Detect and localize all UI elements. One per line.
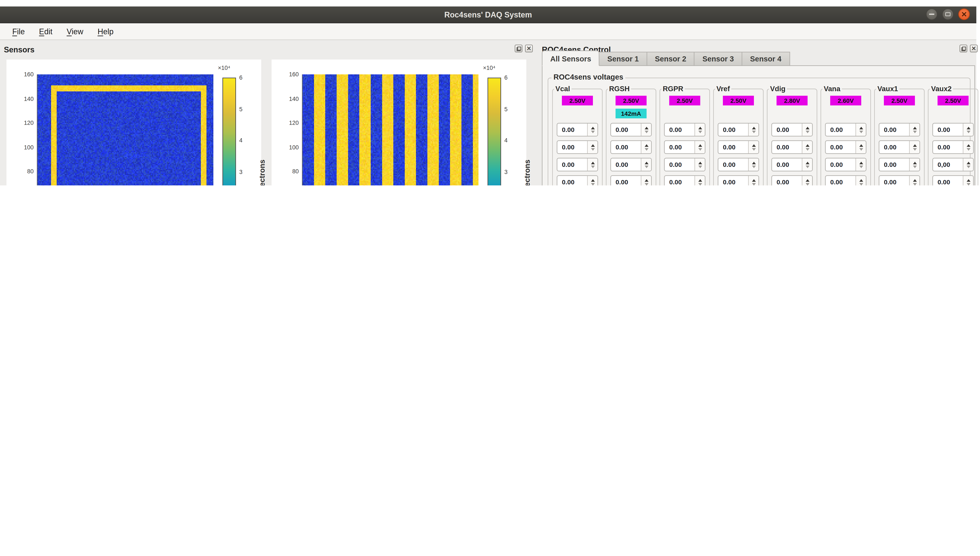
spin-down-icon[interactable] (752, 148, 756, 150)
spin-up-icon[interactable] (859, 126, 863, 129)
dac-spinbox[interactable]: 0,00 (932, 158, 974, 171)
spin-down-icon[interactable] (966, 183, 970, 186)
tab-sensor-1[interactable]: Sensor 1 (599, 52, 647, 66)
spin-down-icon[interactable] (806, 183, 809, 186)
spin-up-icon[interactable] (644, 126, 648, 129)
spin-up-icon[interactable] (752, 179, 756, 181)
spin-up-icon[interactable] (591, 179, 595, 181)
spin-up-icon[interactable] (806, 179, 809, 181)
tab-sensor-2[interactable]: Sensor 2 (647, 52, 695, 66)
dac-spinbox[interactable]: 0.00 (879, 123, 920, 136)
dac-spinbox[interactable]: 0.00 (772, 141, 813, 154)
spin-down-icon[interactable] (806, 131, 809, 133)
maximize-button[interactable] (942, 8, 954, 20)
close-panel-button[interactable]: ✕ (970, 45, 978, 52)
dac-spinbox[interactable]: 0.00 (932, 141, 974, 154)
dac-spinbox[interactable]: 0.00 (772, 123, 813, 136)
spin-up-icon[interactable] (698, 162, 702, 164)
dac-spinbox[interactable]: 0.00 (772, 158, 813, 171)
spin-down-icon[interactable] (591, 131, 595, 133)
close-panel-button[interactable]: ✕ (525, 45, 533, 52)
dac-spinbox[interactable]: 0.00 (664, 175, 706, 186)
spin-up-icon[interactable] (913, 179, 917, 181)
spin-up-icon[interactable] (913, 144, 917, 147)
dac-spinbox[interactable]: 0.00 (557, 175, 598, 186)
spin-down-icon[interactable] (966, 131, 970, 133)
spin-up-icon[interactable] (966, 162, 970, 164)
spin-down-icon[interactable] (859, 148, 863, 150)
spin-up-icon[interactable] (859, 179, 863, 181)
spin-down-icon[interactable] (806, 165, 809, 168)
spin-up-icon[interactable] (806, 144, 809, 147)
spin-down-icon[interactable] (859, 165, 863, 168)
spin-down-icon[interactable] (644, 131, 648, 133)
dac-spinbox[interactable]: 0.00 (664, 123, 706, 136)
spin-up-icon[interactable] (591, 162, 595, 164)
spin-down-icon[interactable] (966, 165, 970, 168)
spin-down-icon[interactable] (591, 165, 595, 168)
dac-spinbox[interactable]: 0.00 (932, 175, 974, 186)
spin-up-icon[interactable] (913, 162, 917, 164)
spin-down-icon[interactable] (591, 148, 595, 150)
spin-up-icon[interactable] (859, 144, 863, 147)
spin-down-icon[interactable] (752, 183, 756, 186)
spin-down-icon[interactable] (644, 148, 648, 150)
dac-spinbox[interactable]: 0.00 (557, 141, 598, 154)
dac-spinbox[interactable]: 0.00 (718, 175, 759, 186)
float-panel-button[interactable] (959, 45, 967, 52)
spin-down-icon[interactable] (806, 148, 809, 150)
spin-up-icon[interactable] (698, 144, 702, 147)
tab-sensor-3[interactable]: Sensor 3 (694, 52, 742, 66)
spin-down-icon[interactable] (913, 148, 917, 150)
close-button[interactable]: ✕ (958, 8, 970, 20)
dac-spinbox[interactable]: 0.00 (610, 158, 652, 171)
spin-up-icon[interactable] (966, 126, 970, 129)
menu-edit[interactable]: Edit (33, 25, 58, 38)
dac-spinbox[interactable]: 0.00 (664, 158, 706, 171)
dac-spinbox[interactable]: 0.00 (557, 158, 598, 171)
spin-up-icon[interactable] (752, 126, 756, 129)
menu-file[interactable]: File (6, 25, 31, 38)
dac-spinbox[interactable]: 0.00 (772, 175, 813, 186)
title-bar[interactable]: Roc4sens' DAQ System ✕ (0, 6, 976, 23)
dac-spinbox[interactable]: 0.00 (664, 141, 706, 154)
spin-down-icon[interactable] (698, 131, 702, 133)
spin-down-icon[interactable] (698, 148, 702, 150)
dac-spinbox[interactable]: 0.00 (932, 123, 974, 136)
spin-down-icon[interactable] (966, 148, 970, 150)
spin-up-icon[interactable] (644, 144, 648, 147)
spin-down-icon[interactable] (644, 165, 648, 168)
menu-view[interactable]: View (61, 25, 89, 38)
spin-up-icon[interactable] (966, 179, 970, 181)
spin-up-icon[interactable] (806, 162, 809, 164)
dac-spinbox[interactable]: 0.00 (610, 175, 652, 186)
menu-help[interactable]: Help (92, 25, 119, 38)
spin-up-icon[interactable] (591, 126, 595, 129)
float-panel-button[interactable] (515, 45, 522, 52)
spin-up-icon[interactable] (644, 162, 648, 164)
dac-spinbox[interactable]: 0.00 (610, 123, 652, 136)
spin-up-icon[interactable] (806, 126, 809, 129)
tab-all-sensors[interactable]: All Sensors (542, 50, 600, 66)
spin-down-icon[interactable] (698, 165, 702, 168)
dac-spinbox[interactable]: 0.00 (879, 158, 920, 171)
spin-up-icon[interactable] (966, 144, 970, 147)
spin-up-icon[interactable] (913, 126, 917, 129)
dac-spinbox[interactable]: 0.00 (825, 141, 866, 154)
spin-up-icon[interactable] (591, 144, 595, 147)
spin-down-icon[interactable] (752, 131, 756, 133)
spin-down-icon[interactable] (698, 183, 702, 186)
dac-spinbox[interactable]: 0.00 (879, 141, 920, 154)
spin-down-icon[interactable] (644, 183, 648, 186)
spin-up-icon[interactable] (698, 126, 702, 129)
spin-up-icon[interactable] (859, 162, 863, 164)
spin-down-icon[interactable] (913, 131, 917, 133)
spin-up-icon[interactable] (644, 179, 648, 181)
dac-spinbox[interactable]: 0.00 (825, 158, 866, 171)
dac-spinbox[interactable]: 0.00 (825, 123, 866, 136)
dac-spinbox[interactable]: 0.00 (557, 123, 598, 136)
spin-up-icon[interactable] (752, 162, 756, 164)
tab-sensor-4[interactable]: Sensor 4 (742, 52, 790, 66)
spin-up-icon[interactable] (752, 144, 756, 147)
dac-spinbox[interactable]: 0.00 (718, 141, 759, 154)
